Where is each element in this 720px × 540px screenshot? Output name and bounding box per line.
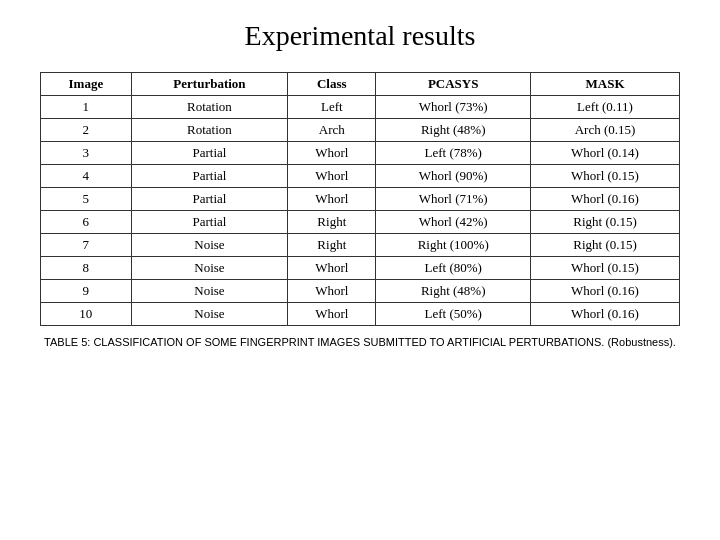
table-row: 6PartialRightWhorl (42%)Right (0.15): [41, 211, 680, 234]
table-header-cell: Class: [288, 73, 376, 96]
table-header-cell: PCASYS: [376, 73, 531, 96]
table-cell: 4: [41, 165, 132, 188]
table-cell: Whorl (42%): [376, 211, 531, 234]
table-cell: Left (0.11): [531, 96, 680, 119]
table-cell: Whorl: [288, 165, 376, 188]
table-cell: Partial: [131, 165, 288, 188]
table-cell: Rotation: [131, 119, 288, 142]
table-header-row: ImagePerturbationClassPCASYSMASK: [41, 73, 680, 96]
table-cell: Rotation: [131, 96, 288, 119]
table-cell: Arch: [288, 119, 376, 142]
table-cell: Left: [288, 96, 376, 119]
table-row: 4PartialWhorlWhorl (90%)Whorl (0.15): [41, 165, 680, 188]
table-cell: Right (100%): [376, 234, 531, 257]
table-cell: 5: [41, 188, 132, 211]
table-row: 9NoiseWhorlRight (48%)Whorl (0.16): [41, 280, 680, 303]
results-table-container: ImagePerturbationClassPCASYSMASK 1Rotati…: [40, 72, 680, 348]
table-cell: Noise: [131, 257, 288, 280]
table-cell: Whorl (0.15): [531, 257, 680, 280]
table-cell: Whorl: [288, 280, 376, 303]
table-cell: Left (80%): [376, 257, 531, 280]
table-cell: Whorl (71%): [376, 188, 531, 211]
table-cell: Whorl: [288, 142, 376, 165]
table-caption: TABLE 5: CLASSIFICATION OF SOME FINGERPR…: [40, 336, 680, 348]
table-cell: 2: [41, 119, 132, 142]
table-cell: Whorl (0.15): [531, 165, 680, 188]
table-cell: Whorl: [288, 303, 376, 326]
table-cell: Left (78%): [376, 142, 531, 165]
table-cell: 7: [41, 234, 132, 257]
table-cell: 8: [41, 257, 132, 280]
page-title: Experimental results: [245, 20, 476, 52]
table-row: 3PartialWhorlLeft (78%)Whorl (0.14): [41, 142, 680, 165]
table-cell: Partial: [131, 142, 288, 165]
table-header-cell: MASK: [531, 73, 680, 96]
table-cell: Right: [288, 234, 376, 257]
table-cell: 10: [41, 303, 132, 326]
table-cell: Noise: [131, 303, 288, 326]
table-cell: Left (50%): [376, 303, 531, 326]
table-cell: Whorl (0.14): [531, 142, 680, 165]
table-cell: Noise: [131, 234, 288, 257]
table-cell: Whorl: [288, 188, 376, 211]
table-cell: Partial: [131, 188, 288, 211]
table-header-cell: Image: [41, 73, 132, 96]
table-row: 10NoiseWhorlLeft (50%)Whorl (0.16): [41, 303, 680, 326]
table-cell: Right: [288, 211, 376, 234]
table-cell: 6: [41, 211, 132, 234]
table-cell: Whorl (0.16): [531, 303, 680, 326]
table-cell: Right (48%): [376, 280, 531, 303]
table-row: 5PartialWhorlWhorl (71%)Whorl (0.16): [41, 188, 680, 211]
table-cell: Noise: [131, 280, 288, 303]
table-cell: Arch (0.15): [531, 119, 680, 142]
table-cell: Right (48%): [376, 119, 531, 142]
table-row: 8NoiseWhorlLeft (80%)Whorl (0.15): [41, 257, 680, 280]
table-cell: 9: [41, 280, 132, 303]
table-cell: Whorl: [288, 257, 376, 280]
table-cell: 3: [41, 142, 132, 165]
table-cell: Whorl (0.16): [531, 188, 680, 211]
table-cell: Partial: [131, 211, 288, 234]
table-header-cell: Perturbation: [131, 73, 288, 96]
table-cell: Whorl (90%): [376, 165, 531, 188]
table-cell: 1: [41, 96, 132, 119]
table-cell: Whorl (73%): [376, 96, 531, 119]
table-row: 2RotationArchRight (48%)Arch (0.15): [41, 119, 680, 142]
table-row: 1RotationLeftWhorl (73%)Left (0.11): [41, 96, 680, 119]
table-row: 7NoiseRightRight (100%)Right (0.15): [41, 234, 680, 257]
results-table: ImagePerturbationClassPCASYSMASK 1Rotati…: [40, 72, 680, 326]
table-cell: Right (0.15): [531, 211, 680, 234]
table-cell: Right (0.15): [531, 234, 680, 257]
table-cell: Whorl (0.16): [531, 280, 680, 303]
